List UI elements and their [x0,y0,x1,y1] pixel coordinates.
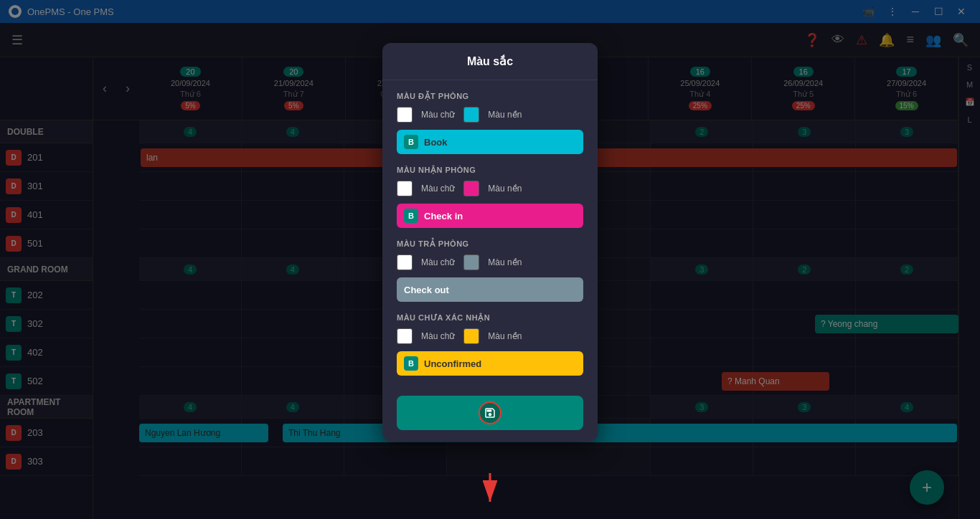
preview-bar-checkin: B Check in [397,204,583,228]
preview-bar-checkout: Check out [397,277,583,302]
text-color-swatch-tra[interactable] [397,254,413,270]
text-color-label-tra: Màu chữ [421,257,455,267]
save-button[interactable] [397,396,583,430]
preview-bar-book: B Book [397,130,583,154]
section-title-unconfirmed: MÀU CHƯA XÁC NHẬN [397,313,583,323]
preview-b-unc: B [404,356,418,371]
section-title-nhan: MÀU NHẬN PHÒNG [397,166,583,175]
preview-bar-unconfirmed: B Unconfirmed [397,351,583,376]
bg-color-swatch-dat[interactable] [463,107,479,123]
preview-text-unc: Unconfirmed [424,358,481,369]
modal-footer [382,387,598,442]
bg-color-swatch-nhan[interactable] [463,181,479,196]
preview-text-book: Book [424,137,448,148]
text-color-swatch-dat[interactable] [397,107,413,123]
bg-color-label-dat: Màu nền [488,110,522,120]
save-icon [479,401,501,424]
section-title-dat: MÀU ĐẶT PHÒNG [397,92,583,101]
bg-color-label-unc: Màu nền [488,331,522,341]
bg-color-label-nhan: Màu nền [488,184,522,194]
color-row-tra: Màu chữ Màu nền [397,254,583,270]
bg-color-swatch-tra[interactable] [463,254,479,270]
modal-body: MÀU ĐẶT PHÒNG Màu chữ Màu nền B Book MÀU… [382,80,598,387]
color-row-dat: Màu chữ Màu nền [397,107,583,123]
section-tra-phong: MÀU TRẢ PHÒNG Màu chữ Màu nền Check out [397,239,583,302]
section-chua-xac-nhan: MÀU CHƯA XÁC NHẬN Màu chữ Màu nền B Unco… [397,313,583,376]
preview-text-checkout: Check out [404,285,449,295]
preview-text-checkin: Check in [424,211,463,222]
modal-header: Màu sắc [382,43,598,80]
text-color-swatch-nhan[interactable] [397,181,413,196]
text-color-label-dat: Màu chữ [421,110,455,120]
color-settings-modal: Màu sắc MÀU ĐẶT PHÒNG Màu chữ Màu nền B … [382,43,598,442]
modal-title: Màu sắc [467,55,513,67]
text-color-label-nhan: Màu chữ [421,184,455,194]
text-color-swatch-unc[interactable] [397,328,413,344]
text-color-label-unc: Màu chữ [421,331,455,341]
bg-color-label-tra: Màu nền [488,257,522,267]
preview-b-book: B [404,135,418,149]
color-row-nhan: Màu chữ Màu nền [397,181,583,196]
arrow-indicator [468,473,512,512]
preview-b-checkin: B [404,209,418,223]
modal-overlay: Màu sắc MÀU ĐẶT PHÒNG Màu chữ Màu nền B … [0,0,980,519]
section-title-tra: MÀU TRẢ PHÒNG [397,239,583,249]
section-dat-phong: MÀU ĐẶT PHÒNG Màu chữ Màu nền B Book [397,92,583,154]
bg-color-swatch-unc[interactable] [463,328,479,344]
section-nhan-phong: MÀU NHẬN PHÒNG Màu chữ Màu nền B Check i… [397,166,583,228]
color-row-unconfirmed: Màu chữ Màu nền [397,328,583,344]
